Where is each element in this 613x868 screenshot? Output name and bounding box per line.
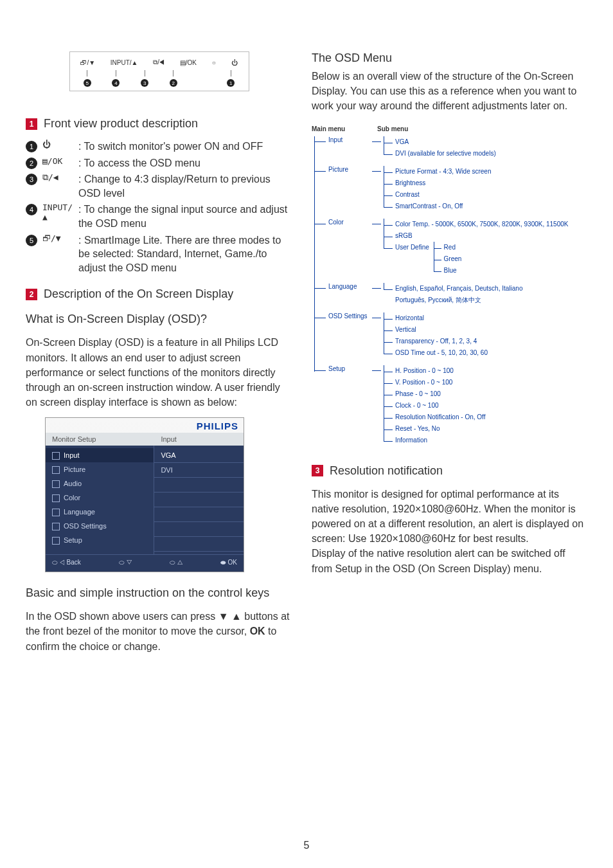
paragraph: In the OSD shown above users can press ▼… bbox=[26, 609, 292, 654]
osd-menu-item: Audio bbox=[46, 476, 154, 491]
tree-sub-item: VGA bbox=[384, 136, 496, 148]
osd-sub-menu: VGA DVI bbox=[154, 446, 244, 554]
tree-main-item: OSD Settings Horizontal Vertical Transpa… bbox=[314, 312, 587, 359]
tree-sub-item: English, Español, Français, Deutsch, Ita… bbox=[384, 283, 522, 306]
osd-header-right: Input bbox=[154, 433, 182, 446]
tree-header: Main menu Sub menu bbox=[312, 125, 587, 132]
osd-sub-item: VGA bbox=[154, 448, 244, 463]
panel-callout: 1 bbox=[227, 70, 235, 87]
item-desc: : SmartImage Lite. There are three modes… bbox=[78, 233, 292, 275]
osd-menu-item: Setup bbox=[46, 533, 154, 547]
ok-label: OK bbox=[250, 626, 265, 637]
tree-subtree: Horizontal Vertical Transparency - Off, … bbox=[372, 312, 488, 359]
section-badge: 3 bbox=[312, 465, 323, 476]
osd-screenshot: PHILIPS Monitor Setup Input Input Pictur… bbox=[45, 417, 244, 572]
tree-subsub-item: Green bbox=[434, 253, 462, 265]
brand-logo: PHILIPS bbox=[46, 418, 244, 433]
sub-heading: What is On-Screen Display (OSD)? bbox=[26, 312, 292, 326]
section-heading: Description of the On Screen Display bbox=[44, 287, 233, 301]
panel-label: ⏻ bbox=[231, 59, 238, 66]
tree-main-label: Language bbox=[328, 283, 375, 290]
tree-subtree: Picture Format - 4:3, Wide screen Bright… bbox=[372, 166, 492, 212]
section-heading: Front view product description bbox=[44, 117, 198, 131]
list-item: 4 INPUT/▲ : To change the signal input s… bbox=[26, 203, 292, 230]
tree-sub-item: Vertical bbox=[384, 324, 488, 336]
osd-sub-item: DVI bbox=[154, 463, 244, 478]
tree-sub-item: Phase - 0 ~ 100 bbox=[384, 388, 485, 400]
list-item: 1 ⏻ : To switch monitor's power ON and O… bbox=[26, 140, 292, 154]
tree-main-item: Setup H. Position - 0 ~ 100 V. Position … bbox=[314, 365, 587, 446]
item-desc: : Change to 4:3 display/Return to previo… bbox=[78, 172, 292, 200]
tree-subtree: Color Temp. - 5000K, 6500K, 7500K, 8200K… bbox=[372, 219, 568, 276]
item-desc: : To access the OSD menu bbox=[78, 156, 292, 170]
tree-sub-item: OSD Time out - 5, 10, 20, 30, 60 bbox=[384, 347, 488, 359]
tree-subsub-item: Blue bbox=[434, 265, 462, 276]
panel-callout: 4 bbox=[112, 70, 120, 87]
item-number-badge: 5 bbox=[26, 235, 37, 246]
item-number-badge: 3 bbox=[26, 174, 37, 185]
power-icon: ⏻ bbox=[42, 140, 73, 149]
panel-label: ○ bbox=[212, 59, 216, 66]
item-number-badge: 1 bbox=[26, 141, 37, 152]
sub-heading: Basic and simple instruction on the cont… bbox=[26, 586, 292, 600]
tree-subsub-item: Red bbox=[434, 242, 462, 253]
menu-ok-icon: ▤/OK bbox=[42, 156, 73, 166]
tree-sub-item: Transparency - Off, 1, 2, 3, 4 bbox=[384, 336, 488, 347]
osd-menu-item: OSD Settings bbox=[46, 519, 154, 533]
paragraph: On-Screen Display (OSD) is a feature in … bbox=[26, 335, 292, 410]
panel-label: ⧉/◀ bbox=[153, 59, 164, 66]
panel-label: 🗗/▼ bbox=[80, 59, 95, 66]
list-item: 2 ▤/OK : To access the OSD menu bbox=[26, 156, 292, 170]
panel-label: ▤/OK bbox=[180, 59, 197, 66]
tree-main-item: Input VGA DVI (available for selective m… bbox=[314, 136, 587, 159]
tree-sub-item: Color Temp. - 5000K, 6500K, 7500K, 8200K… bbox=[384, 219, 568, 230]
osd-menu-item: Color bbox=[46, 491, 154, 505]
osd-menu-heading: The OSD Menu bbox=[312, 51, 587, 65]
panel-label: INPUT/▲ bbox=[111, 59, 138, 66]
section-2-title: 2 Description of the On Screen Display bbox=[26, 287, 292, 301]
tree-sub-item: Brightness bbox=[384, 177, 492, 189]
tree-main-item: Language English, Español, Français, Deu… bbox=[314, 283, 587, 306]
page-number: 5 bbox=[0, 840, 613, 851]
osd-menu-item: Picture bbox=[46, 462, 154, 476]
tree-sub-item: User Define Red Green Blue bbox=[384, 242, 568, 276]
tree-main-label: OSD Settings bbox=[328, 312, 375, 320]
item-desc: : To switch monitor's power ON and OFF bbox=[78, 140, 292, 154]
tree-sub-item: Picture Format - 4:3, Wide screen bbox=[384, 166, 492, 177]
tree-main-label: Picture bbox=[328, 166, 375, 173]
osd-menu-item: Input bbox=[46, 448, 154, 462]
item-number-badge: 4 bbox=[26, 204, 37, 215]
tree-main-item: Picture Picture Format - 4:3, Wide scree… bbox=[314, 166, 587, 212]
panel-callout: 3 bbox=[141, 70, 148, 87]
tree-sub-item: V. Position - 0 ~ 100 bbox=[384, 377, 485, 388]
tree-header-sub: Sub menu bbox=[377, 125, 408, 132]
tree-main-label: Setup bbox=[328, 365, 375, 372]
item-number-badge: 2 bbox=[26, 158, 37, 169]
control-panel-diagram: 🗗/▼ INPUT/▲ ⧉/◀ ▤/OK ○ ⏻ 5 4 3 2 1 bbox=[69, 51, 249, 91]
section-1-title: 1 Front view product description bbox=[26, 117, 292, 131]
osd-main-menu: Input Picture Audio Color Language OSD S… bbox=[46, 446, 154, 554]
tree-subsubtree: Red Green Blue bbox=[434, 242, 462, 276]
down-icon: ⬭ bbox=[119, 559, 127, 566]
section-heading: Resolution notification bbox=[330, 464, 443, 478]
tree-main-label: Color bbox=[328, 219, 375, 226]
section-3-title: 3 Resolution notification bbox=[312, 464, 587, 478]
tree-sub-item: SmartContrast - On, Off bbox=[384, 201, 492, 212]
tree-subtree: H. Position - 0 ~ 100 V. Position - 0 ~ … bbox=[372, 365, 485, 446]
tree-main-label: Input bbox=[328, 136, 375, 143]
back-icon: ⬭ bbox=[52, 559, 60, 566]
section-badge: 2 bbox=[26, 289, 37, 300]
button-description-list: 1 ⏻ : To switch monitor's power ON and O… bbox=[26, 140, 292, 275]
ok-icon: ⬬ bbox=[220, 559, 228, 566]
tree-header-main: Main menu bbox=[312, 125, 362, 132]
tree-sub-item: Horizontal bbox=[384, 312, 488, 324]
tree-sub-item: H. Position - 0 ~ 100 bbox=[384, 365, 485, 377]
item-desc: : To change the signal input source and … bbox=[78, 203, 292, 230]
panel-callout: 5 bbox=[84, 70, 91, 87]
tree-sub-item: Contrast bbox=[384, 189, 492, 201]
up-icon: ⬭ bbox=[170, 559, 177, 566]
tree-sub-item: Resolution Notification - On, Off bbox=[384, 411, 485, 423]
input-up-icon: INPUT/▲ bbox=[42, 203, 73, 222]
tree-sub-item: Clock - 0 ~ 100 bbox=[384, 400, 485, 411]
osd-header: Monitor Setup Input bbox=[46, 433, 244, 446]
